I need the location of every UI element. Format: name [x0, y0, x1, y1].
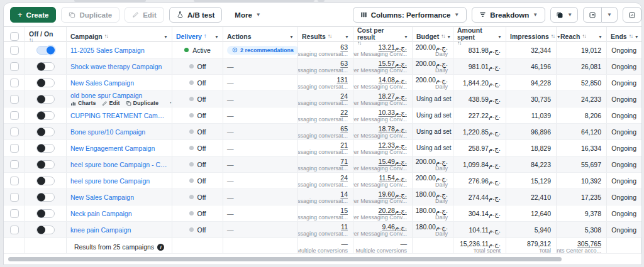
info-icon[interactable]: i — [157, 244, 164, 251]
results-value[interactable]: 15 — [340, 207, 348, 214]
results-sub: Messaging conversat... — [298, 133, 348, 139]
recommendations-badge[interactable]: 2 recommendations — [227, 46, 298, 55]
footer-spent-total: 15,236.11ج.م. — [460, 240, 501, 248]
scrollbar-thumb[interactable] — [8, 257, 562, 261]
campaign-toggle[interactable] — [36, 46, 55, 55]
row-checkbox[interactable] — [10, 226, 19, 234]
campaign-toggle[interactable] — [36, 111, 55, 120]
duplicate-button[interactable]: Duplicate — [61, 7, 119, 23]
results-value[interactable]: 71 — [340, 158, 348, 165]
campaign-toggle[interactable] — [36, 62, 55, 71]
column-header-delivery[interactable]: Delivery↑ ▼ — [172, 27, 223, 46]
campaign-toggle[interactable] — [36, 79, 55, 87]
column-header-amount-spent[interactable]: Amount spent↑↓ ▼ — [453, 27, 506, 46]
results-value[interactable]: 24 — [340, 92, 348, 100]
charts-action[interactable]: Charts — [70, 100, 96, 106]
row-checkbox[interactable] — [10, 209, 19, 218]
footer-reach-total[interactable]: 305,765 — [577, 240, 601, 248]
cost-per-result-value[interactable]: 20.28ج.م. — [379, 207, 407, 214]
row-checkbox[interactable] — [10, 144, 19, 153]
edit-action[interactable]: Edit — [102, 100, 120, 106]
duplicate-action[interactable]: Duplicate — [126, 100, 159, 106]
campaign-toggle[interactable] — [36, 95, 55, 104]
row-checkbox[interactable] — [10, 160, 19, 169]
cost-per-result-value[interactable]: 15.57ج.م. — [379, 60, 407, 67]
results-value[interactable]: 22 — [340, 109, 348, 116]
campaign-name-link[interactable]: heel spure bone Campaign - Copy — [70, 161, 168, 168]
row-checkbox[interactable] — [10, 62, 19, 71]
campaign-name-link[interactable]: Neck pain Campaign — [70, 210, 168, 217]
reports-button[interactable]: ▼ — [550, 7, 578, 23]
column-header-cost-per-result[interactable]: Cost per result↑↓ ▼ — [353, 27, 413, 46]
campaign-toggle[interactable] — [36, 160, 55, 169]
create-button[interactable]: + Create — [10, 7, 56, 23]
export-options-button[interactable]: ▼ — [602, 7, 618, 23]
table-row: CUPPING TREATMENT Campaign Charts Edit D… — [4, 107, 641, 124]
select-all-checkbox[interactable] — [10, 32, 19, 41]
results-value[interactable]: 131 — [336, 76, 348, 84]
delivery-status: Off — [197, 112, 206, 119]
results-value[interactable]: 63 — [340, 60, 348, 67]
impressions-value: 18,829 — [531, 144, 551, 152]
column-header-off-on[interactable]: Off / On↑↓ — [25, 27, 67, 46]
cost-per-result-value[interactable]: 14.08ج.م. — [379, 76, 407, 84]
breakdown-button[interactable]: Breakdown▼ — [472, 7, 545, 23]
column-header-impressions[interactable]: Impressions↑↓ ▼ — [506, 27, 557, 46]
row-checkbox[interactable] — [10, 46, 19, 55]
chevron-down-icon: ▼ — [533, 13, 538, 18]
column-header-budget[interactable]: Budget↑↓ ▼ — [413, 27, 453, 46]
results-value[interactable]: 24 — [340, 174, 348, 182]
results-value[interactable]: 65 — [340, 125, 348, 133]
horizontal-scrollbar[interactable] — [4, 253, 641, 264]
column-header-campaign[interactable]: Campaign↑↓ ▼ — [67, 27, 172, 46]
campaign-name-link[interactable]: New Engagement Campaign — [70, 144, 168, 152]
campaign-name-link[interactable]: heel spure bone Campaign — [70, 177, 168, 185]
campaign-name-link[interactable]: old bone spur Campaign — [70, 92, 168, 99]
column-header-actions[interactable]: Actions ▼ — [223, 27, 298, 46]
impressions-value: 15,129 — [531, 177, 551, 185]
cost-per-result-value[interactable]: 12.33ج.م. — [379, 141, 407, 149]
campaign-toggle[interactable] — [36, 144, 55, 153]
row-checkbox[interactable] — [10, 95, 19, 104]
row-checkbox[interactable] — [10, 177, 19, 185]
cost-per-result-value[interactable]: 19.60ج.م. — [379, 190, 407, 198]
row-checkbox[interactable] — [10, 193, 19, 202]
campaign-toggle[interactable] — [36, 226, 55, 234]
campaign-name-link[interactable]: New Sales Campaign — [70, 193, 168, 201]
row-checkbox[interactable] — [10, 128, 19, 136]
results-value[interactable]: 14 — [340, 190, 348, 198]
row-checkbox[interactable] — [10, 111, 19, 120]
more-button[interactable]: More▼ — [227, 7, 268, 23]
columns-button[interactable]: Columns: Performance▼ — [353, 7, 467, 23]
cost-per-result-value[interactable]: 10.33ج.م. — [379, 109, 407, 116]
cost-per-result-value[interactable]: 18.78ج.م. — [379, 125, 407, 133]
campaign-toggle[interactable] — [36, 128, 55, 136]
export-button[interactable] — [583, 7, 602, 23]
column-header-results[interactable]: Results↑↓ ▼ — [298, 27, 353, 46]
reach-value: 24,233 — [581, 95, 601, 103]
campaign-name-link[interactable]: Bone spure/10 Campaign — [70, 128, 168, 136]
row-checkbox[interactable] — [10, 79, 19, 87]
budget-sub: Daily — [435, 214, 448, 221]
charts-panel-button[interactable] — [623, 7, 641, 23]
column-header-reach[interactable]: Reach↑↓ ▼ — [557, 27, 607, 46]
cost-per-result-value[interactable]: 18.27ج.م. — [379, 92, 407, 100]
campaign-toggle[interactable] — [36, 193, 55, 202]
actions-empty-dash: — — [227, 63, 294, 70]
ab-test-button[interactable]: A/B test — [169, 7, 222, 23]
campaign-name-link[interactable]: 11-2025 Sales Campaign — [70, 46, 168, 54]
cost-per-result-value[interactable]: 15.49ج.م. — [379, 158, 407, 165]
edit-button[interactable]: Edit — [125, 7, 164, 23]
campaign-name-link[interactable]: knee pain Campaign — [70, 226, 168, 234]
recommendations-icon — [232, 47, 238, 53]
campaign-name-link[interactable]: CUPPING TREATMENT Campaign — [70, 112, 168, 119]
results-value[interactable]: 11 — [341, 223, 348, 231]
campaign-name-link[interactable]: New Sales Campaign — [70, 79, 168, 87]
campaign-toggle[interactable] — [36, 177, 55, 185]
column-header-ends[interactable]: Ends↑↓ ▼ — [607, 27, 642, 46]
campaign-name-link[interactable]: Shock wave therapy Campaign — [70, 63, 168, 70]
campaign-toggle[interactable] — [36, 209, 55, 218]
results-value[interactable]: 21 — [340, 141, 348, 149]
cost-per-result-value[interactable]: 9.46ج.م. — [382, 223, 407, 231]
cost-per-result-value[interactable]: 11.54ج.م. — [379, 174, 407, 182]
